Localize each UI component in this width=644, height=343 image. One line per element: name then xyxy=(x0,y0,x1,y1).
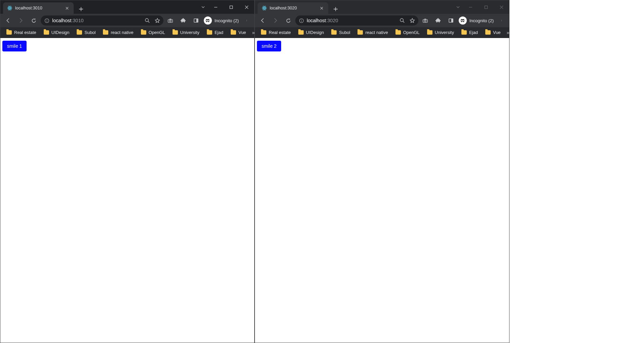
folder-icon xyxy=(331,30,337,35)
svg-point-9 xyxy=(169,20,171,22)
tab-strip: localhost:3020 xyxy=(255,0,509,14)
bookmark-bar: Real estate UIDesign Subol react native … xyxy=(0,27,254,38)
bookmark-label: Vue xyxy=(493,30,501,35)
svg-point-14 xyxy=(247,21,247,21)
url-host: localhost xyxy=(52,18,71,23)
bookmark-label: UIDesign xyxy=(306,30,324,35)
folder-icon xyxy=(77,30,82,35)
bookmark-folder[interactable]: Vue xyxy=(227,29,250,36)
bookmark-label: Subol xyxy=(84,30,96,35)
bookmark-folder[interactable]: Subol xyxy=(328,29,353,36)
page-content: smile 1 xyxy=(0,38,254,343)
extensions-icon[interactable] xyxy=(178,15,189,26)
camera-icon[interactable] xyxy=(420,15,431,26)
forward-button[interactable] xyxy=(270,15,281,26)
bookmark-overflow-button[interactable]: » xyxy=(505,30,512,35)
omnibox-actions xyxy=(400,18,415,23)
side-panel-icon[interactable] xyxy=(445,15,457,26)
bookmark-label: OpenGL xyxy=(403,30,420,35)
smile-button[interactable]: smile 2 xyxy=(257,41,281,51)
svg-rect-11 xyxy=(196,19,198,22)
svg-point-21 xyxy=(301,19,302,20)
url-host: localhost xyxy=(307,18,326,23)
bookmark-folder[interactable]: react native xyxy=(354,29,391,36)
folder-icon xyxy=(461,30,467,35)
side-panel-icon[interactable] xyxy=(190,15,202,26)
extensions-icon[interactable] xyxy=(432,15,444,26)
tab-close-button[interactable] xyxy=(64,5,70,11)
reload-button[interactable] xyxy=(28,15,39,26)
tab-title: localhost:3020 xyxy=(270,6,316,10)
svg-point-7 xyxy=(145,18,148,22)
bookmark-folder[interactable]: react native xyxy=(100,29,137,36)
folder-icon xyxy=(298,30,304,35)
window-minimize-button[interactable] xyxy=(208,2,223,12)
bookmark-folder[interactable]: OpenGL xyxy=(138,29,168,36)
new-tab-button[interactable] xyxy=(76,4,86,14)
window-controls xyxy=(453,0,509,14)
reload-button[interactable] xyxy=(282,15,294,26)
window-maximize-button[interactable] xyxy=(223,2,239,12)
incognito-indicator[interactable]: Incognito (2) xyxy=(203,16,241,25)
bookmark-folder[interactable]: OpenGL xyxy=(392,29,423,36)
svg-rect-19 xyxy=(485,6,487,8)
tab-close-button[interactable] xyxy=(319,5,324,11)
tab-search-chevron-icon[interactable] xyxy=(453,5,463,9)
window-minimize-button[interactable] xyxy=(463,2,478,12)
zoom-icon[interactable] xyxy=(400,18,405,23)
svg-point-24 xyxy=(424,20,426,22)
browser-menu-button[interactable] xyxy=(242,15,252,26)
folder-icon xyxy=(485,30,491,35)
zoom-icon[interactable] xyxy=(145,18,150,23)
folder-icon xyxy=(427,30,432,35)
browser-menu-button[interactable] xyxy=(497,15,507,26)
back-button[interactable] xyxy=(257,15,268,26)
incognito-indicator[interactable]: Incognito (2) xyxy=(458,16,496,25)
bookmark-folder[interactable]: University xyxy=(169,29,203,36)
bookmark-folder[interactable]: UIDesign xyxy=(295,29,327,36)
address-bar[interactable]: localhost:3010 xyxy=(41,15,163,26)
browser-window-left: localhost:3010 xyxy=(0,0,255,343)
browser-toolbar: localhost:3020 Incognito (2) xyxy=(255,14,509,27)
bookmark-folder[interactable]: UIDesign xyxy=(40,29,73,36)
window-maximize-button[interactable] xyxy=(478,2,494,12)
window-close-button[interactable] xyxy=(239,2,254,12)
window-close-button[interactable] xyxy=(494,2,509,12)
window-controls xyxy=(198,0,254,14)
bookmark-folder[interactable]: Ejad xyxy=(458,29,481,36)
bookmark-label: Real estate xyxy=(14,30,36,35)
svg-point-13 xyxy=(247,21,247,21)
bookmark-label: Subol xyxy=(339,30,350,35)
bookmark-star-icon[interactable] xyxy=(155,18,160,23)
bookmark-star-icon[interactable] xyxy=(410,18,415,23)
bookmark-label: Ejad xyxy=(469,30,478,35)
omnibox-actions xyxy=(145,18,160,23)
site-info-icon[interactable] xyxy=(299,18,304,23)
bookmark-folder[interactable]: Ejad xyxy=(203,29,227,36)
forward-button[interactable] xyxy=(15,15,27,26)
react-favicon-icon xyxy=(7,5,12,11)
address-bar[interactable]: localhost:3020 xyxy=(295,15,418,26)
camera-icon[interactable] xyxy=(165,15,176,26)
bookmark-label: Real estate xyxy=(269,30,291,35)
smile-button[interactable]: smile 1 xyxy=(2,41,27,51)
svg-point-28 xyxy=(501,21,502,21)
back-button[interactable] xyxy=(2,15,14,26)
folder-icon xyxy=(6,30,12,35)
bookmark-folder[interactable]: Real estate xyxy=(3,29,40,36)
browser-tab[interactable]: localhost:3010 xyxy=(3,2,74,14)
bookmark-folder[interactable]: Real estate xyxy=(258,29,294,36)
tab-search-chevron-icon[interactable] xyxy=(198,5,208,9)
browser-tab[interactable]: localhost:3020 xyxy=(258,2,328,14)
url-text: localhost:3010 xyxy=(52,18,142,23)
site-info-icon[interactable] xyxy=(44,18,49,23)
svg-point-15 xyxy=(264,8,265,9)
bookmark-folder[interactable]: Vue xyxy=(482,29,504,36)
incognito-label: Incognito (2) xyxy=(469,18,494,23)
folder-icon xyxy=(44,30,49,35)
bookmark-folder[interactable]: University xyxy=(424,29,457,36)
new-tab-button[interactable] xyxy=(331,4,340,14)
url-text: localhost:3020 xyxy=(307,18,397,23)
bookmark-folder[interactable]: Subol xyxy=(73,29,99,36)
incognito-label: Incognito (2) xyxy=(215,18,239,23)
